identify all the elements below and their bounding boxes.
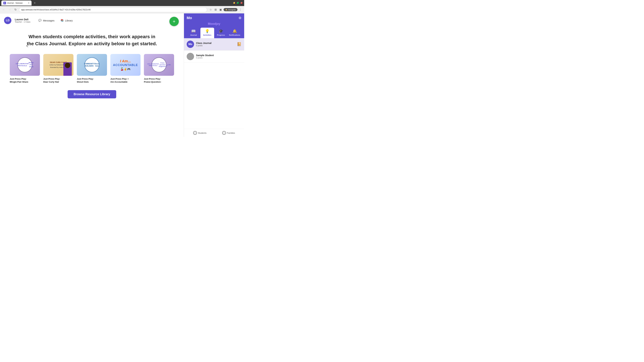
browse-resource-library-button[interactable]: Browse Resource Library [68, 90, 116, 98]
activity-card-accountable[interactable]: I Am... ACCOUNTABLE 🍒✌🎮 Just Press Play:… [110, 54, 140, 83]
url-text: app.seesaw.me/#/class/class.e01bf4c2-9a2… [21, 8, 90, 11]
mingle-badge: COLLABORATIVEPROTOCOLSMingle-Pair-Share [17, 57, 32, 72]
sidebar-user-initials: Mo [187, 16, 192, 20]
extensions-button[interactable]: ⊞ [214, 7, 218, 12]
add-students-plus-icon: + [193, 131, 197, 135]
add-students-button[interactable]: + Students [193, 131, 206, 135]
nav-actions: ☆ ⊞ ▣ 🕵 Incognito ⋮ [208, 7, 243, 12]
window-controls: — ⤢ ✕ [233, 2, 243, 4]
activity-label-accountable: Just Press Play: IAm Accountable [110, 77, 140, 83]
activity-card-curly[interactable]: DEAR CURLY HAIRwritten by Raheem Barnesi… [43, 54, 74, 83]
browser-chrome: S Journal - Seesaw ✕ + — ⤢ ✕ [0, 0, 244, 6]
library-link[interactable]: 📚 Library [59, 18, 74, 23]
student-posts: 0 posts [196, 57, 214, 59]
class-journal-name: Class Journal [196, 42, 212, 44]
incognito-icon: 🕵 [225, 8, 228, 11]
activity-label-curly: Just Press Play:Dear Curly Hair [43, 77, 74, 83]
class-journal-avatar: Mo [187, 40, 194, 48]
add-button[interactable]: + [170, 17, 179, 26]
incognito-label: Incognito [228, 9, 236, 11]
activity-thumb-accountable: I Am... ACCOUNTABLE 🍒✌🎮 [110, 54, 140, 76]
app-header: LD Lauren Deli Teacher - 1 Class 💬 Messa… [4, 17, 180, 24]
tab-title: Journal - Seesaw [7, 2, 23, 4]
sidebar-toggle-button[interactable]: ▣ [218, 7, 223, 12]
nav-forward-button[interactable]: → [8, 7, 12, 12]
messages-link[interactable]: 💬 Messages [37, 18, 56, 23]
journal-tab-label: Journal [190, 34, 197, 36]
library-label: Library [65, 19, 73, 22]
tab-favicon: S [3, 2, 6, 4]
add-families-label: Families [227, 132, 235, 134]
menu-button[interactable]: ⋮ [238, 7, 243, 12]
notifications-tab-label: Notifications [229, 34, 240, 36]
sidebar-content: Mo Class Journal 0 posts 📔 Sample Studen… [184, 38, 244, 129]
nav-refresh-button[interactable]: ↻ [14, 7, 18, 12]
activity-card-mingle[interactable]: COLLABORATIVEPROTOCOLSMingle-Pair-Share … [10, 54, 40, 83]
right-sidebar: Mo ⚙ Moodjoy 📖 Journal 💡 Activities 🎓 Pr… [184, 13, 244, 137]
progress-icon: 🎓 [219, 29, 223, 33]
activity-label-mingle: Just Press Play:Mingle-Pair-Share [10, 77, 40, 83]
sidebar-bottom: + Students + Families [184, 129, 244, 137]
student-item[interactable]: Sample Student 0 posts [184, 50, 244, 63]
sidebar-user-row: Mo ⚙ [187, 16, 242, 22]
activity-card-praise[interactable]: COLLABORATIVEPROTOCOLSPraise-Question-Su… [144, 54, 174, 83]
class-journal-item[interactable]: Mo Class Journal 0 posts 📔 [184, 38, 244, 50]
class-journal-posts: 0 posts [196, 44, 212, 47]
user-role: Teacher - 1 Class [15, 21, 30, 23]
close-tab-icon[interactable]: ✕ [28, 2, 30, 4]
add-families-plus-icon: + [222, 131, 226, 135]
shoutout-badge: COMMUNITYBUILDERSShout-Outs [84, 57, 100, 72]
messages-label: Messages [43, 19, 54, 22]
window-close-button[interactable]: ✕ [240, 2, 243, 4]
user-avatar[interactable]: LD [4, 17, 12, 24]
bookmark-button[interactable]: ☆ [208, 7, 213, 12]
window-minimize-button[interactable]: — [233, 2, 236, 4]
library-icon: 📚 [60, 19, 64, 22]
student-avatar [187, 53, 194, 60]
moodjoy-label: Moodjoy [187, 22, 242, 28]
activity-thumb-shoutout: COMMUNITYBUILDERSShout-Outs [77, 54, 107, 76]
student-info: Sample Student 0 posts [196, 54, 214, 59]
sidebar-tab-notifications[interactable]: 🔔 Notifications [228, 28, 242, 38]
notifications-icon: 🔔 [232, 29, 237, 33]
gear-icon[interactable]: ⚙ [238, 16, 242, 20]
user-info: Lauren Deli Teacher - 1 Class [15, 18, 30, 23]
activity-card-shoutout[interactable]: COMMUNITYBUILDERSShout-Outs Just Press P… [77, 54, 107, 83]
nav-back-button[interactable]: ← [1, 7, 6, 12]
main-content: When students complete activities, their… [4, 28, 180, 103]
journal-book-icon: 📔 [237, 42, 242, 46]
sidebar-tab-journal[interactable]: 📖 Journal [187, 28, 200, 38]
window-maximize-button[interactable]: ⤢ [237, 2, 239, 4]
add-families-button[interactable]: + Families [222, 131, 235, 135]
left-panel: LD Lauren Deli Teacher - 1 Class 💬 Messa… [0, 13, 184, 137]
activity-grid: COLLABORATIVEPROTOCOLSMingle-Pair-Share … [14, 54, 170, 83]
activity-label-praise: Just Press Play:Praise-Question- [144, 77, 174, 83]
address-bar[interactable]: app.seesaw.me/#/class/class.e01bf4c2-9a2… [19, 7, 207, 12]
activities-tab-label: Activities [203, 34, 211, 36]
incognito-button[interactable]: 🕵 Incognito [224, 8, 238, 11]
activity-thumb-mingle: COLLABORATIVEPROTOCOLSMingle-Pair-Share [10, 54, 40, 76]
sidebar-tabs: 📖 Journal 💡 Activities 🎓 Progress 🔔 Noti… [187, 28, 242, 38]
class-journal-info: Class Journal 0 posts [196, 42, 212, 47]
user-name: Lauren Deli [15, 18, 30, 21]
student-name: Sample Student [196, 54, 214, 57]
add-students-label: Students [198, 132, 206, 134]
journal-icon: 📖 [191, 29, 196, 33]
nav-bar: ← → ↻ app.seesaw.me/#/class/class.e01bf4… [0, 6, 244, 13]
app-container: LD Lauren Deli Teacher - 1 Class 💬 Messa… [0, 13, 244, 137]
messages-icon: 💬 [38, 19, 42, 22]
progress-tab-label: Progress [217, 34, 225, 36]
activity-thumb-curly: DEAR CURLY HAIRwritten by Raheem Barnesi… [43, 54, 74, 76]
activity-thumb-praise: COLLABORATIVEPROTOCOLSPraise-Question-Su… [144, 54, 174, 76]
praise-badge: COLLABORATIVEPROTOCOLSPraise-Question-Su… [152, 57, 166, 72]
sidebar-header: Mo ⚙ Moodjoy 📖 Journal 💡 Activities 🎓 Pr… [184, 13, 244, 38]
welcome-text: When students complete activities, their… [25, 33, 159, 47]
sidebar-tab-activities[interactable]: 💡 Activities [200, 28, 214, 38]
activity-label-shoutout: Just Press Play:Shout-Outs [77, 77, 107, 83]
activities-icon: 💡 [205, 29, 210, 33]
sidebar-tab-progress[interactable]: 🎓 Progress [214, 28, 228, 38]
new-tab-button[interactable]: + [33, 1, 37, 5]
nav-links: 💬 Messages 📚 Library [37, 18, 74, 23]
browser-tab[interactable]: S Journal - Seesaw ✕ [1, 0, 32, 5]
